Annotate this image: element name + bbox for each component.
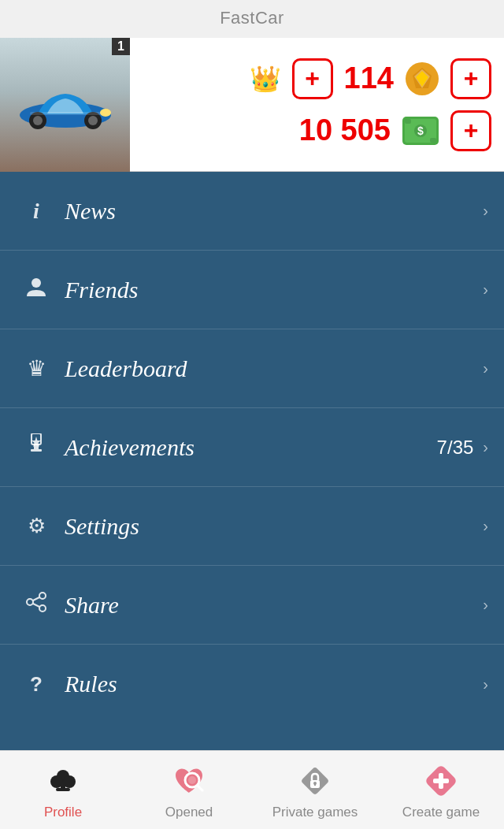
news-chevron: › (483, 202, 488, 220)
svg-rect-6 (30, 112, 101, 115)
tab-private-games[interactable]: Private games (252, 751, 378, 829)
svg-rect-38 (314, 783, 316, 786)
create-game-tab-label: Create game (402, 805, 480, 820)
create-game-tab-icon (421, 760, 461, 801)
share-icon (19, 591, 54, 619)
rules-chevron: › (483, 675, 488, 693)
crown-stat-row: 👑 + 114 + (143, 58, 491, 99)
opened-tab-icon (169, 760, 209, 801)
menu-item-achievements[interactable]: Achievements 7/35 › (0, 408, 504, 487)
info-icon: i (19, 199, 54, 224)
avatar-container[interactable]: 1 (0, 38, 130, 172)
svg-point-24 (39, 605, 46, 612)
add-crown-button[interactable]: + (292, 58, 333, 99)
tab-bar: Profile Opened (0, 750, 504, 829)
tab-create-game[interactable]: Create game (378, 751, 504, 829)
svg-text:$: $ (417, 125, 424, 137)
crown-value: 114 (344, 61, 394, 95)
svg-rect-41 (433, 779, 449, 783)
tab-profile[interactable]: Profile (0, 751, 126, 829)
news-label: News (65, 198, 483, 225)
private-games-tab-label: Private games (272, 805, 358, 820)
svg-point-5 (100, 109, 111, 117)
add-cash-button[interactable]: + (450, 110, 491, 151)
add-diamond-button[interactable]: + (450, 58, 491, 99)
svg-rect-21 (31, 449, 42, 452)
menu-item-share[interactable]: Share › (0, 566, 504, 645)
svg-line-25 (33, 597, 39, 600)
svg-rect-20 (34, 444, 39, 449)
diamond-coin-icon (405, 61, 439, 96)
settings-chevron: › (483, 517, 488, 535)
app-title: FastCar (220, 8, 284, 28)
svg-line-26 (33, 604, 39, 607)
friends-chevron: › (483, 281, 488, 299)
svg-rect-15 (405, 119, 411, 124)
svg-point-22 (39, 593, 46, 599)
opened-tab-label: Opened (165, 805, 213, 820)
settings-icon: ⚙ (19, 514, 54, 538)
menu-section: i News › Friends › ♛ Leaderboard › Achie… (0, 172, 504, 723)
achievements-badge: 7/35 (437, 437, 474, 459)
cash-icon: $ (402, 116, 439, 146)
settings-label: Settings (65, 513, 483, 540)
leaderboard-chevron: › (483, 359, 488, 377)
achievements-icon (19, 433, 54, 461)
profile-tab-icon (43, 760, 83, 801)
share-label: Share (65, 592, 483, 619)
friends-label: Friends (65, 277, 483, 303)
menu-item-leaderboard[interactable]: ♛ Leaderboard › (0, 329, 504, 408)
svg-point-34 (188, 776, 196, 784)
profile-badge: 1 (112, 38, 130, 55)
private-games-tab-icon (295, 760, 335, 801)
crown-menu-icon: ♛ (19, 355, 54, 381)
svg-rect-16 (430, 138, 436, 143)
profile-tab-label: Profile (44, 805, 82, 820)
menu-item-settings[interactable]: ⚙ Settings › (0, 487, 504, 566)
svg-rect-31 (56, 788, 70, 791)
tab-opened[interactable]: Opened (126, 751, 252, 829)
share-chevron: › (483, 596, 488, 614)
svg-point-17 (32, 278, 41, 288)
svg-point-4 (88, 116, 98, 125)
cash-stat-row: 10 505 $ + (143, 110, 491, 151)
friends-icon (19, 276, 54, 303)
rules-icon: ? (19, 672, 54, 697)
profile-stats: 👑 + 114 + 10 505 $ (130, 38, 504, 171)
svg-point-23 (27, 599, 33, 605)
rules-label: Rules (65, 671, 483, 697)
achievements-chevron: › (483, 438, 488, 456)
svg-line-33 (198, 786, 202, 790)
svg-point-2 (33, 116, 43, 125)
leaderboard-label: Leaderboard (65, 355, 483, 382)
menu-item-friends[interactable]: Friends › (0, 251, 504, 329)
car-image (14, 80, 117, 131)
profile-section: 1 👑 (0, 38, 504, 172)
crown-icon: 👑 (250, 64, 281, 94)
cash-value: 10 505 (299, 113, 391, 147)
app-title-bar: FastCar (0, 0, 504, 38)
menu-item-rules[interactable]: ? Rules › (0, 645, 504, 723)
achievements-label: Achievements (65, 434, 437, 461)
menu-item-news[interactable]: i News › (0, 172, 504, 251)
